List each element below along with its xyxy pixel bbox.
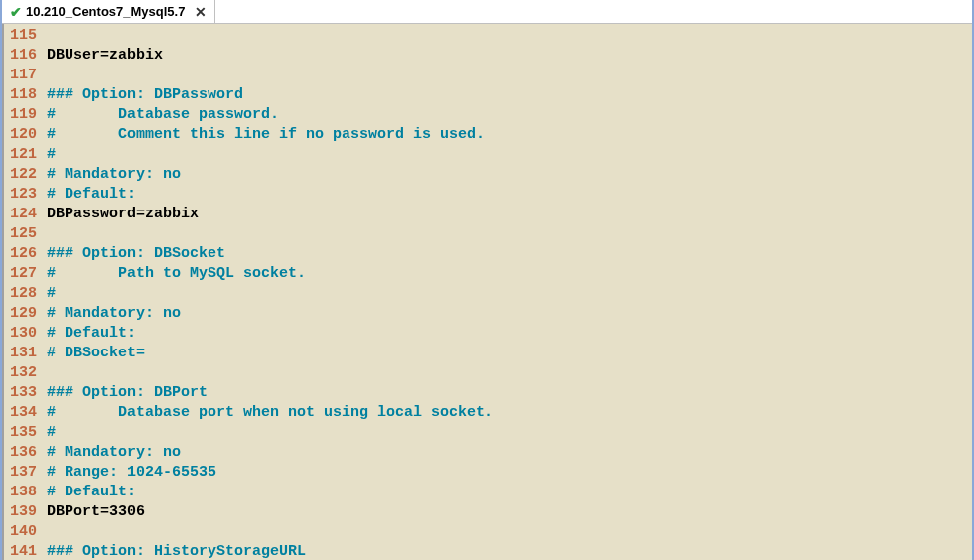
- line-number: 116: [10, 46, 37, 66]
- code-line[interactable]: ### Option: DBPort: [47, 383, 972, 403]
- line-number: 132: [10, 363, 37, 383]
- line-number: 139: [10, 502, 37, 522]
- code-line[interactable]: # Mandatory: no: [47, 165, 972, 185]
- line-number: 121: [10, 145, 37, 165]
- code-line[interactable]: ### Option: DBPassword: [47, 85, 972, 105]
- line-number: 129: [10, 304, 37, 324]
- code-content[interactable]: DBUser=zabbix ### Option: DBPassword# Da…: [41, 24, 972, 560]
- line-number: 124: [10, 205, 37, 224]
- file-tab[interactable]: ✔ 10.210_Centos7_Mysql5.7 ✕: [2, 0, 215, 23]
- code-line[interactable]: DBPassword=zabbix: [47, 205, 972, 224]
- line-number: 127: [10, 264, 37, 284]
- code-line[interactable]: DBPort=3306: [47, 502, 972, 522]
- tab-title: 10.210_Centos7_Mysql5.7: [26, 4, 185, 19]
- code-line[interactable]: #: [47, 145, 972, 165]
- code-line[interactable]: #: [47, 284, 972, 304]
- line-number: 133: [10, 383, 37, 403]
- code-line[interactable]: DBUser=zabbix: [47, 46, 972, 66]
- line-number: 115: [10, 26, 37, 46]
- line-number: 135: [10, 423, 37, 443]
- code-line[interactable]: #: [47, 423, 972, 443]
- line-number: 140: [10, 522, 37, 542]
- line-number: 125: [10, 224, 37, 244]
- code-line[interactable]: # Default:: [47, 185, 972, 205]
- line-number: 141: [10, 542, 37, 560]
- code-line[interactable]: [47, 224, 972, 244]
- line-number: 118: [10, 85, 37, 105]
- close-icon[interactable]: ✕: [195, 4, 207, 20]
- code-line[interactable]: [47, 522, 972, 542]
- line-number-gutter: 1151161171181191201211221231241251261271…: [2, 24, 41, 560]
- code-line[interactable]: # Database port when not using local soc…: [47, 403, 972, 423]
- line-number: 122: [10, 165, 37, 185]
- line-number: 128: [10, 284, 37, 304]
- code-line[interactable]: ### Option: HistoryStorageURL: [47, 542, 972, 560]
- line-number: 123: [10, 185, 37, 205]
- line-number: 119: [10, 105, 37, 125]
- line-number: 120: [10, 125, 37, 145]
- code-line[interactable]: # DBSocket=: [47, 344, 972, 363]
- code-line[interactable]: [47, 363, 972, 383]
- tab-bar: ✔ 10.210_Centos7_Mysql5.7 ✕: [2, 0, 972, 24]
- editor-window: ✔ 10.210_Centos7_Mysql5.7 ✕ 115116117118…: [0, 0, 974, 560]
- line-number: 117: [10, 66, 37, 85]
- code-line[interactable]: # Range: 1024-65535: [47, 463, 972, 483]
- line-number: 137: [10, 463, 37, 483]
- line-number: 131: [10, 344, 37, 363]
- code-line[interactable]: # Default:: [47, 324, 972, 344]
- line-number: 126: [10, 244, 37, 264]
- line-number: 130: [10, 324, 37, 344]
- code-line[interactable]: # Mandatory: no: [47, 304, 972, 324]
- line-number: 136: [10, 443, 37, 463]
- code-line[interactable]: [47, 26, 972, 46]
- check-icon: ✔: [10, 5, 22, 19]
- code-line[interactable]: # Default:: [47, 483, 972, 502]
- editor-area[interactable]: 1151161171181191201211221231241251261271…: [2, 24, 972, 560]
- code-line[interactable]: # Comment this line if no password is us…: [47, 125, 972, 145]
- code-line[interactable]: [47, 66, 972, 85]
- line-number: 138: [10, 483, 37, 502]
- code-line[interactable]: # Path to MySQL socket.: [47, 264, 972, 284]
- code-line[interactable]: ### Option: DBSocket: [47, 244, 972, 264]
- code-line[interactable]: # Mandatory: no: [47, 443, 972, 463]
- line-number: 134: [10, 403, 37, 423]
- code-line[interactable]: # Database password.: [47, 105, 972, 125]
